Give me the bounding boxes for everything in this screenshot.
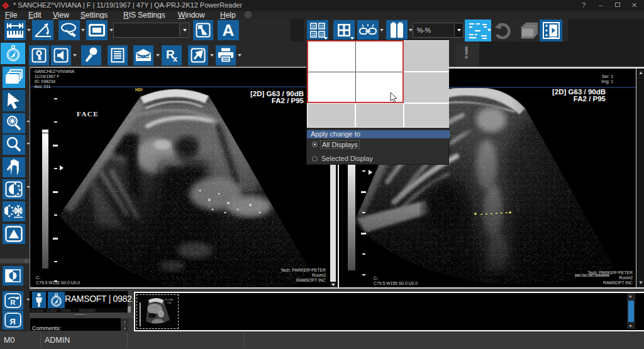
svg-text:R: R <box>11 299 16 306</box>
svg-text:211: 211 <box>167 301 172 304</box>
svg-text:R: R <box>9 317 16 326</box>
